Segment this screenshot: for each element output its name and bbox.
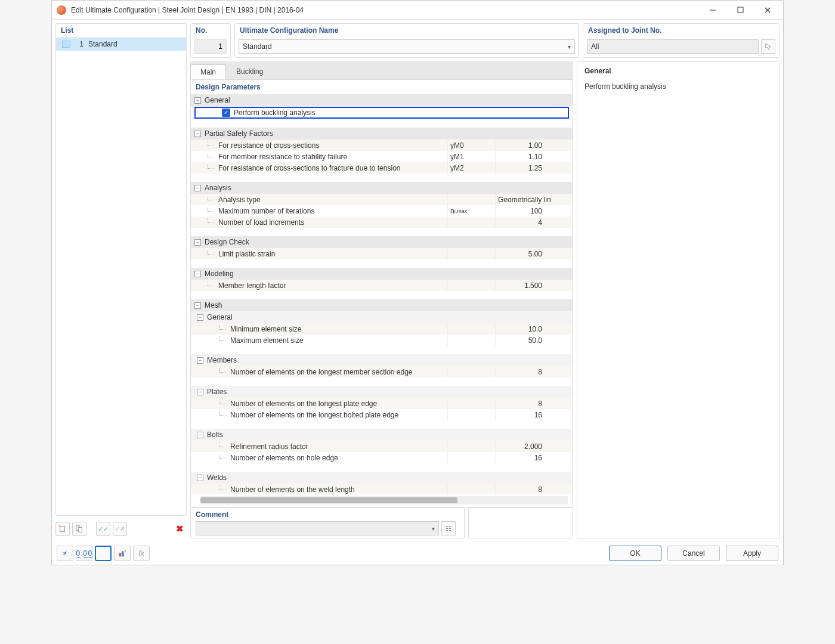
units-button[interactable]: 0̲.0̲0̲ <box>76 546 92 561</box>
svg-rect-7 <box>119 553 122 556</box>
check-out-button[interactable]: ✓✗ <box>113 522 127 536</box>
info-panel: General Perform buckling analysis <box>577 61 780 538</box>
subsection-welds[interactable]: −Welds <box>191 472 573 484</box>
collapse-icon[interactable]: − <box>197 475 203 481</box>
pick-joint-button[interactable] <box>761 39 775 54</box>
chevron-down-icon: ▾ <box>432 525 435 532</box>
list-item-icon <box>62 41 70 48</box>
svg-rect-8 <box>122 552 124 557</box>
collapse-icon[interactable]: − <box>194 97 201 104</box>
collapse-icon[interactable]: − <box>194 131 201 137</box>
svg-rect-4 <box>60 527 65 532</box>
param-row[interactable]: For resistance of cross-sectionsγM01.00 <box>191 140 573 151</box>
view-1-button[interactable] <box>95 546 112 561</box>
param-row[interactable]: Number of elements on the longest bolted… <box>191 409 573 420</box>
tab-bar: Main Buckling <box>190 61 573 79</box>
param-row[interactable]: Number of elements on the longest plate … <box>191 398 573 409</box>
collapse-icon[interactable]: − <box>197 357 203 364</box>
collapse-icon[interactable]: − <box>194 185 201 191</box>
row-perform-buckling[interactable]: ✓ Perform buckling analysis <box>194 107 569 119</box>
app-icon <box>57 5 66 15</box>
subsection-mesh-general[interactable]: −General <box>191 311 573 323</box>
param-row[interactable]: Member length factor1.500 <box>191 280 573 291</box>
param-row[interactable]: Analysis typeGeometrically lin <box>191 194 573 205</box>
param-row[interactable]: Maximum number of iterationsni,max100 <box>191 205 573 216</box>
list-item-name: Standard <box>88 40 117 48</box>
maximize-button[interactable] <box>732 4 749 16</box>
collapse-icon[interactable]: − <box>194 302 201 309</box>
view-2-button[interactable] <box>114 546 131 561</box>
list-item-number: 1 <box>75 40 84 48</box>
comment-combo[interactable]: ▾ <box>196 521 439 535</box>
collapse-icon[interactable]: − <box>197 432 203 438</box>
title-bar: Edit Ultimate Configuration | Steel Join… <box>52 1 783 20</box>
help-button[interactable]: 𝄎 <box>57 546 73 561</box>
horizontal-scrollbar[interactable] <box>200 496 568 504</box>
section-general[interactable]: −General <box>191 94 573 106</box>
subsection-bolts[interactable]: −Bolts <box>191 429 573 441</box>
collapse-icon[interactable]: − <box>197 389 203 395</box>
collapse-icon[interactable]: − <box>197 314 203 321</box>
param-row[interactable]: Refinement radius factor2.000 <box>191 441 573 452</box>
close-button[interactable] <box>759 4 776 16</box>
param-row[interactable]: Number of elements on the longest member… <box>191 366 573 377</box>
perform-buckling-label: Perform buckling analysis <box>234 109 316 117</box>
param-row[interactable]: For resistance of cross-sections to frac… <box>191 162 573 174</box>
list-item[interactable]: 1 Standard <box>56 38 186 51</box>
comment-header: Comment <box>196 510 459 519</box>
subsection-plates[interactable]: −Plates <box>191 386 573 398</box>
section-analysis[interactable]: −Analysis <box>191 182 573 194</box>
param-row[interactable]: Number of load increments4 <box>191 216 573 228</box>
chevron-down-icon: ▾ <box>568 44 571 50</box>
collapse-icon[interactable]: − <box>194 239 201 246</box>
design-parameters-header: Design Parameters <box>191 80 573 94</box>
checkbox-checked-icon[interactable]: ✓ <box>222 109 230 117</box>
collapse-icon[interactable]: − <box>194 271 201 277</box>
config-name-combo[interactable]: Standard ▾ <box>239 39 575 54</box>
svg-rect-6 <box>78 527 82 532</box>
param-row[interactable]: Number of elements on hole edge16 <box>191 452 573 463</box>
tab-buckling[interactable]: Buckling <box>226 64 273 79</box>
info-text: Perform buckling analysis <box>584 82 772 91</box>
param-row[interactable]: Limit plastic strain5.00 <box>191 248 573 259</box>
tab-main[interactable]: Main <box>190 64 226 79</box>
new-button[interactable] <box>55 522 70 536</box>
copy-button[interactable] <box>72 522 86 536</box>
no-header: No. <box>191 24 230 37</box>
cancel-button[interactable]: Cancel <box>667 546 720 561</box>
section-modeling[interactable]: −Modeling <box>191 268 573 280</box>
ok-button[interactable]: OK <box>609 546 661 561</box>
info-header: General <box>584 67 772 75</box>
function-button[interactable]: fx <box>133 546 150 561</box>
parameter-tree[interactable]: −General ✓ Perform buckling analysis −Pa… <box>191 94 573 494</box>
list-header: List <box>56 24 186 38</box>
param-row[interactable]: Maximum element size50.0 <box>191 335 573 346</box>
window-title: Edit Ultimate Configuration | Steel Join… <box>71 6 704 14</box>
section-psf[interactable]: −Partial Safety Factors <box>191 128 573 140</box>
config-name-header: Ultimate Configuration Name <box>235 24 579 37</box>
check-in-button[interactable]: ✓✓ <box>96 522 110 536</box>
no-input[interactable] <box>194 39 227 54</box>
param-row[interactable]: For member resistance to stability failu… <box>191 151 573 162</box>
apply-button[interactable]: Apply <box>726 546 778 561</box>
svg-rect-1 <box>738 7 743 13</box>
comment-pick-button[interactable]: ☷ <box>441 521 456 535</box>
section-mesh[interactable]: −Mesh <box>191 299 573 311</box>
subsection-members[interactable]: −Members <box>191 354 573 366</box>
param-row[interactable]: Minimum element size10.0 <box>191 323 573 335</box>
config-name-value: Standard <box>243 42 568 51</box>
assigned-header: Assigned to Joint No. <box>583 24 779 37</box>
assigned-input[interactable]: All <box>587 39 759 54</box>
param-row[interactable]: Number of elements on the weld length8 <box>191 484 573 494</box>
minimize-button[interactable] <box>704 4 721 16</box>
section-design-check[interactable]: −Design Check <box>191 236 573 248</box>
delete-button[interactable]: ✖ <box>172 522 187 536</box>
